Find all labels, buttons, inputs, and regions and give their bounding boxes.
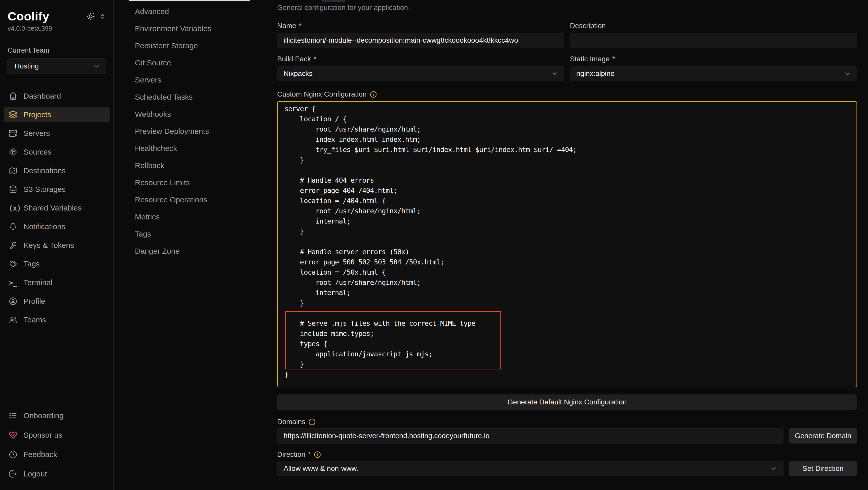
required-mark: * bbox=[313, 55, 316, 63]
direction-value: Allow www & non-www. bbox=[283, 464, 770, 472]
subnav-item-git-source[interactable]: Git Source bbox=[114, 57, 268, 69]
sidebar-item-sponsor[interactable]: Sponsor us bbox=[4, 428, 110, 442]
sidebar-item-notifications[interactable]: Notifications bbox=[4, 219, 110, 234]
layers-icon bbox=[9, 110, 18, 119]
sidebar-item-label: Projects bbox=[24, 110, 51, 119]
sidebar-item-label: Logout bbox=[24, 469, 47, 478]
sidebar-item-label: Tags bbox=[24, 259, 40, 268]
active-item-partial[interactable] bbox=[129, 0, 250, 1]
sidebar-item-label: Dashboard bbox=[24, 92, 61, 100]
build-pack-select[interactable]: Nixpacks bbox=[277, 66, 564, 81]
sidebar-item-onboarding[interactable]: Onboarding bbox=[4, 408, 110, 423]
chevron-updown-icon[interactable] bbox=[99, 13, 106, 20]
sidebar-item-teams[interactable]: Teams bbox=[4, 312, 110, 327]
build-pack-value: Nixpacks bbox=[283, 69, 551, 78]
git-source-icon bbox=[9, 148, 18, 156]
checklist-icon bbox=[9, 411, 18, 420]
chevron-down-icon bbox=[770, 465, 778, 472]
domains-label: Domains bbox=[277, 418, 857, 426]
map-icon bbox=[9, 166, 18, 175]
generate-domain-button[interactable]: Generate Domain bbox=[789, 428, 857, 443]
subnav-item-metrics[interactable]: Metrics bbox=[114, 211, 268, 223]
info-icon[interactable] bbox=[370, 91, 377, 98]
description-label: Description bbox=[570, 22, 857, 30]
build-pack-field-group: Build Pack* Nixpacks bbox=[277, 55, 564, 81]
sidebar-item-projects[interactable]: Projects bbox=[4, 107, 110, 122]
subnav-item-tags[interactable]: Tags bbox=[114, 228, 268, 240]
app-version: v4.0.0-beta.399 bbox=[8, 25, 106, 32]
subnav-item-resource-operations[interactable]: Resource Operations bbox=[114, 194, 268, 206]
name-input[interactable] bbox=[277, 33, 564, 48]
tags-icon bbox=[9, 259, 18, 268]
team-select[interactable]: Hosting bbox=[7, 59, 106, 74]
current-team-label: Current Team bbox=[8, 47, 106, 54]
sidebar-item-tags[interactable]: Tags bbox=[4, 256, 110, 271]
subnav-item-rollback[interactable]: Rollback bbox=[114, 160, 268, 172]
sidebar-item-label: Sponsor us bbox=[24, 431, 62, 439]
team-select-value: Hosting bbox=[14, 62, 93, 70]
domains-input[interactable] bbox=[277, 428, 783, 443]
nginx-config-editor[interactable]: server { location / { root /usr/share/ng… bbox=[277, 101, 857, 387]
sidebar-item-label: S3 Storages bbox=[24, 185, 66, 194]
sidebar-item-label: Notifications bbox=[24, 222, 65, 231]
sidebar-item-profile[interactable]: Profile bbox=[4, 294, 110, 309]
subnav-item-resource-limits[interactable]: Resource Limits bbox=[114, 177, 268, 188]
users-icon bbox=[9, 315, 18, 324]
sidebar-item-label: Destinations bbox=[24, 166, 66, 175]
sun-icon[interactable] bbox=[86, 12, 95, 21]
server-icon bbox=[9, 129, 18, 138]
help-icon bbox=[9, 450, 18, 459]
static-image-field-group: Static Image* nginx:alpine bbox=[570, 55, 857, 81]
sidebar-item-terminal[interactable]: >_ Terminal bbox=[4, 275, 110, 290]
bell-icon bbox=[9, 222, 18, 231]
general-settings-panel: General configuration for your applicati… bbox=[268, 0, 868, 490]
sidebar-item-label: Shared Variables bbox=[24, 204, 82, 212]
page-subtitle: General configuration for your applicati… bbox=[277, 4, 857, 13]
sidebar-item-logout[interactable]: Logout bbox=[4, 466, 110, 481]
name-field-group: Name* bbox=[277, 22, 564, 48]
static-image-label: Static Image* bbox=[570, 55, 857, 63]
subnav-item-persistent-storage[interactable]: Persistent Storage bbox=[114, 40, 268, 52]
description-input[interactable] bbox=[570, 33, 857, 48]
sidebar-item-s3-storages[interactable]: S3 Storages bbox=[4, 182, 110, 197]
sidebar-item-dashboard[interactable]: Dashboard bbox=[4, 89, 110, 103]
terminal-icon: >_ bbox=[9, 279, 18, 287]
subnav-item-environment-variables[interactable]: Environment Variables bbox=[114, 23, 268, 34]
sidebar-item-sources[interactable]: Sources bbox=[4, 145, 110, 159]
set-direction-button[interactable]: Set Direction bbox=[789, 461, 857, 476]
direction-select[interactable]: Allow www & non-www. bbox=[277, 461, 783, 476]
chevron-down-icon bbox=[843, 70, 851, 78]
subnav-item-webhooks[interactable]: Webhooks bbox=[114, 108, 268, 120]
sidebar-item-destinations[interactable]: Destinations bbox=[4, 163, 110, 178]
nginx-config-code[interactable]: server { location / { root /usr/share/ng… bbox=[278, 102, 857, 387]
sidebar-item-shared-variables[interactable]: (x) Shared Variables bbox=[4, 201, 110, 215]
sidebar-item-feedback[interactable]: Feedback bbox=[4, 447, 110, 462]
generate-default-nginx-button[interactable]: Generate Default Nginx Configuration bbox=[277, 394, 857, 410]
sidebar-item-servers[interactable]: Servers bbox=[4, 126, 110, 141]
static-image-select[interactable]: nginx:alpine bbox=[570, 66, 857, 81]
nginx-config-label: Custom Nginx Configuration bbox=[277, 90, 857, 99]
subnav-item-advanced[interactable]: Advanced bbox=[114, 6, 268, 18]
logo-row: Coolify bbox=[8, 9, 106, 23]
subnav-item-scheduled-tasks[interactable]: Scheduled Tasks bbox=[114, 91, 268, 103]
sidebar-item-label: Sources bbox=[24, 148, 52, 156]
required-mark: * bbox=[308, 450, 311, 459]
subnav-item-preview-deployments[interactable]: Preview Deployments bbox=[114, 125, 268, 137]
sidebar-item-label: Terminal bbox=[24, 278, 52, 287]
required-mark: * bbox=[299, 22, 302, 30]
home-icon bbox=[9, 92, 18, 100]
subnav-item-danger-zone[interactable]: Danger Zone bbox=[114, 245, 268, 257]
sidebar-nav: Dashboard Projects Servers Sources Desti… bbox=[0, 89, 114, 331]
chevron-down-icon bbox=[551, 70, 558, 78]
info-icon[interactable] bbox=[314, 451, 321, 458]
required-mark: * bbox=[612, 55, 615, 63]
sidebar-footer: Onboarding Sponsor us Feedback Logout bbox=[0, 408, 114, 490]
sidebar-item-label: Servers bbox=[24, 129, 50, 138]
user-icon bbox=[9, 297, 18, 306]
subnav-item-servers[interactable]: Servers bbox=[114, 74, 268, 86]
database-icon bbox=[9, 185, 18, 194]
app-sidebar: Coolify v4.0.0-beta.399 Current Team Hos… bbox=[0, 0, 114, 490]
subnav-item-healthcheck[interactable]: Healthcheck bbox=[114, 143, 268, 154]
sidebar-item-keys-tokens[interactable]: Keys & Tokens bbox=[4, 238, 110, 253]
info-icon[interactable] bbox=[308, 418, 316, 426]
